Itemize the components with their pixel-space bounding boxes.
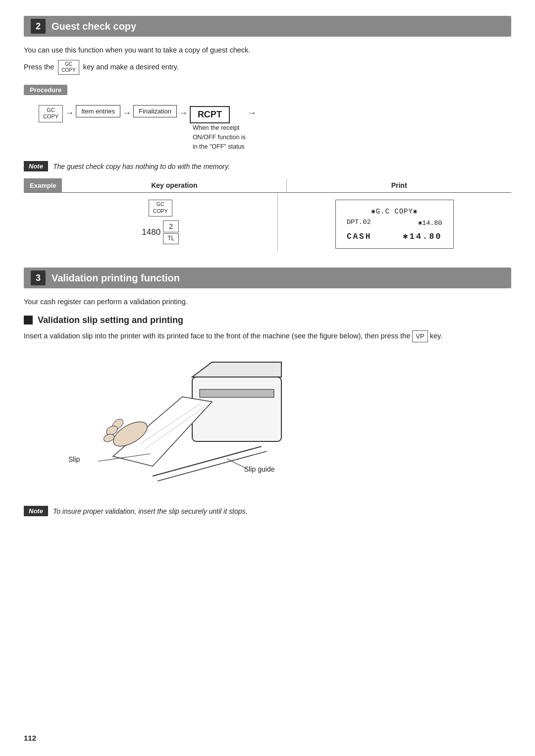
section2-intro2: Press the GC COPY key and make a desired… — [24, 60, 511, 75]
flow-rcpt-box: RCPT — [190, 106, 230, 123]
flow-arrow-3: → — [177, 108, 190, 118]
flow-gc-copy-key: GC COPY — [39, 105, 63, 122]
section2-intro1: You can use this function when you want … — [24, 45, 511, 56]
section3-title: Validation printing function — [52, 272, 180, 284]
flow-arrow-4: → — [246, 108, 259, 118]
flow-arrow-2: → — [120, 108, 133, 118]
flow-rcpt-note: When the receipt ON/OFF function is in t… — [193, 123, 246, 151]
key-2: 2 — [163, 220, 179, 232]
section2-title: Guest check copy — [52, 21, 136, 32]
section2-number: 2 — [31, 19, 46, 34]
svg-line-13 — [227, 459, 247, 469]
flow-arrow-1: → — [63, 108, 76, 118]
example-label: Example — [24, 178, 62, 192]
key-tl: TL — [163, 233, 179, 244]
flow-item-entries: Item entries — [76, 105, 120, 117]
example-section: Example Key operation Print GC COPY 1480 — [24, 178, 511, 256]
example-body-print: ✱G.C COPY✱ DPT.02 ✱14.80 CASH ✱14.80 — [278, 193, 512, 256]
flow-diagram: GC COPY → Item entries → Finalization → … — [39, 105, 511, 151]
example-header-row: Example Key operation Print — [24, 178, 511, 193]
section2-header: 2 Guest check copy — [24, 16, 511, 37]
example-body-row: GC COPY 1480 2 TL ✱G.C COPY✱ — [24, 193, 511, 256]
section3-note: Note To insure proper validation, insert… — [24, 506, 511, 516]
receipt-title: ✱G.C COPY✱ — [347, 207, 442, 216]
key-number-1480: 1480 — [142, 227, 160, 237]
receipt-cash-row: CASH ✱14.80 — [347, 231, 442, 241]
section3-note-text: To insure proper validation, insert the … — [53, 506, 247, 515]
section2-note: Note The guest check copy has nothing to… — [24, 161, 511, 171]
example-key-header: Key operation — [62, 178, 287, 192]
example-body-key: GC COPY 1480 2 TL — [24, 193, 278, 251]
section3-note-label: Note — [24, 506, 48, 516]
slip-label: Slip — [68, 455, 80, 463]
receipt-cash-label: CASH — [347, 232, 372, 241]
slip-guide-label: Slip guide — [244, 465, 275, 473]
flow-finalization: Finalization — [133, 105, 177, 117]
key-stack: 2 TL — [163, 220, 179, 244]
section3-body: Your cash register can perform a validat… — [24, 296, 511, 308]
note-text: The guest check copy has nothing to do w… — [53, 161, 230, 170]
gc-copy-key-inline: GC COPY — [58, 60, 79, 75]
svg-rect-1 — [200, 389, 274, 397]
procedure-label: Procedure — [24, 85, 67, 95]
example-print-header: Print — [287, 178, 511, 192]
slip-svg — [54, 347, 301, 496]
vp-key: VP — [412, 330, 428, 343]
subsection-title: Validation slip setting and printing — [24, 315, 511, 325]
receipt-box: ✱G.C COPY✱ DPT.02 ✱14.80 CASH ✱14.80 — [335, 200, 454, 249]
receipt-dpt-label: DPT.02 — [347, 218, 371, 227]
slip-illustration: Slip Slip guide — [54, 347, 301, 496]
note-label: Note — [24, 161, 48, 171]
section3-header: 3 Validation printing function — [24, 268, 511, 288]
page-number: 112 — [24, 734, 36, 742]
receipt-cash-value: ✱14.80 — [403, 232, 442, 241]
svg-marker-2 — [192, 362, 281, 377]
black-square-icon — [24, 316, 33, 324]
section3-number: 3 — [31, 270, 46, 285]
receipt-row-dpt: DPT.02 ✱14.80 — [347, 218, 442, 227]
section3-sub-body: Insert a validation slip into the printe… — [24, 330, 511, 343]
receipt-dpt-value: ✱14.80 — [418, 218, 442, 227]
gc-copy-key-example: GC COPY — [149, 200, 172, 216]
